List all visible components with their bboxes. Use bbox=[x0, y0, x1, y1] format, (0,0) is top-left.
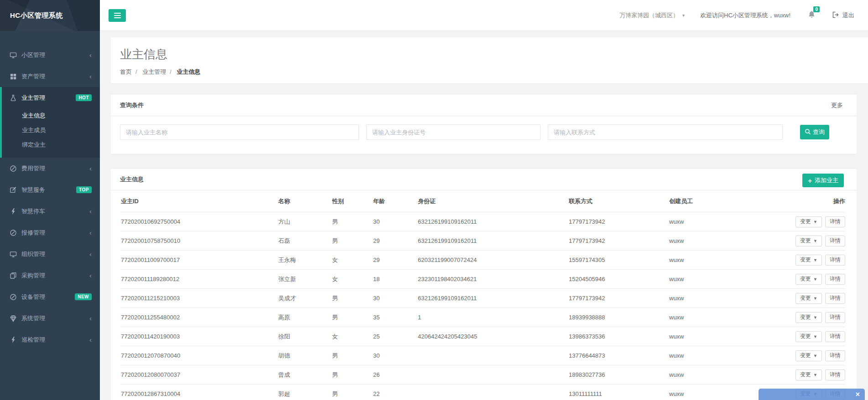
sidebar-group-organization: 组织管理‹ bbox=[0, 243, 100, 265]
notification-badge: 0 bbox=[813, 6, 820, 12]
change-button[interactable]: 变更▼ bbox=[795, 255, 822, 266]
table-cell: 25 bbox=[373, 333, 418, 340]
table-cell: 15597174305 bbox=[569, 256, 669, 263]
change-button[interactable]: 变更▼ bbox=[795, 369, 822, 380]
table-cell: 13776644873 bbox=[569, 352, 669, 359]
detail-button[interactable]: 详情 bbox=[825, 331, 845, 342]
table-cell: 石磊 bbox=[278, 237, 332, 245]
detail-button[interactable]: 详情 bbox=[825, 216, 845, 227]
detail-button[interactable]: 详情 bbox=[825, 350, 845, 361]
monitor-icon bbox=[9, 51, 17, 59]
chevron-left-icon: ‹ bbox=[89, 229, 92, 236]
change-button[interactable]: 变更▼ bbox=[795, 350, 822, 361]
detail-label: 详情 bbox=[830, 313, 841, 321]
logout-label: 退出 bbox=[842, 11, 854, 20]
chevron-left-icon: ‹ bbox=[89, 51, 92, 58]
table-cell: 26 bbox=[373, 371, 418, 378]
sidebar-subitem-owner-members[interactable]: 业主成员 bbox=[2, 123, 100, 138]
owner-name-input[interactable] bbox=[120, 124, 359, 140]
logout-button[interactable]: 退出 bbox=[832, 11, 854, 20]
menu-toggle-button[interactable] bbox=[109, 9, 126, 22]
add-owner-button[interactable]: + 添加业主 bbox=[802, 174, 844, 187]
sidebar-item-label: 采购管理 bbox=[21, 272, 45, 280]
change-button[interactable]: 变更▼ bbox=[795, 293, 822, 304]
sidebar-item-smart-parking[interactable]: 智慧停车‹ bbox=[2, 200, 100, 222]
page-title: 业主信息 bbox=[120, 46, 859, 62]
detail-button[interactable]: 详情 bbox=[825, 369, 845, 380]
sidebar-item-owners[interactable]: 业主管理HOT bbox=[2, 87, 100, 108]
contact-input[interactable] bbox=[548, 124, 783, 140]
table-cell: 772020011215210003 bbox=[121, 295, 278, 302]
column-header: 年龄 bbox=[373, 197, 418, 205]
chevron-left-icon: ‹ bbox=[89, 251, 92, 257]
sidebar-item-smart-service[interactable]: 智慧服务TOP bbox=[2, 179, 100, 200]
table-cell: wuxw bbox=[669, 333, 785, 340]
sidebar-subitem-owner-info[interactable]: 业主信息 bbox=[2, 108, 100, 123]
change-button[interactable]: 变更▼ bbox=[795, 312, 822, 323]
detail-button[interactable]: 详情 bbox=[825, 312, 845, 323]
chevron-left-icon: ‹ bbox=[89, 165, 92, 172]
owner-idcard-input[interactable] bbox=[366, 124, 541, 140]
change-button[interactable]: 变更▼ bbox=[795, 331, 822, 342]
page-heading: 业主信息 首页/ 业主管理/ 业主信息 bbox=[111, 37, 868, 84]
table-cell: 男 bbox=[332, 237, 373, 245]
table-cell: 632126199109162011 bbox=[418, 295, 569, 302]
sidebar-item-fees[interactable]: 费用管理‹ bbox=[2, 158, 100, 179]
change-button[interactable]: 变更▼ bbox=[795, 236, 822, 246]
search-panel-title: 查询条件 bbox=[120, 101, 144, 109]
community-selector[interactable]: 万博家博园（城西区） ▾ bbox=[619, 11, 685, 20]
row-actions: 变更▼详情 bbox=[785, 255, 845, 266]
table-cell: 772020010758750010 bbox=[121, 237, 278, 244]
change-button[interactable]: 变更▼ bbox=[795, 216, 822, 227]
caret-down-icon: ▼ bbox=[813, 220, 817, 224]
sidebar-group-community: 小区管理‹ bbox=[0, 44, 100, 66]
close-icon[interactable]: × bbox=[856, 391, 860, 398]
sidebar-group-assets: 资产管理‹ bbox=[0, 66, 100, 87]
sidebar-item-procurement[interactable]: 采购管理‹ bbox=[2, 265, 100, 286]
globe-icon bbox=[9, 293, 17, 301]
sidebar-item-organization[interactable]: 组织管理‹ bbox=[2, 243, 100, 265]
table-cell: 29 bbox=[373, 256, 418, 263]
table-cell: 772020011255480002 bbox=[121, 314, 278, 321]
bolt-icon bbox=[9, 208, 17, 215]
search-button[interactable]: 查询 bbox=[800, 125, 829, 139]
detail-button[interactable]: 详情 bbox=[825, 274, 845, 285]
change-label: 变更 bbox=[800, 237, 811, 245]
more-link[interactable]: 更多 bbox=[831, 101, 843, 109]
detail-label: 详情 bbox=[830, 352, 841, 359]
caret-down-icon: ▼ bbox=[813, 373, 817, 377]
detail-button[interactable]: 详情 bbox=[825, 236, 845, 246]
sidebar-subitem-bind-owner[interactable]: 绑定业主 bbox=[2, 138, 100, 152]
column-header: 名称 bbox=[278, 197, 332, 205]
table-cell: 郭超 bbox=[278, 390, 332, 398]
table-cell: wuxw bbox=[669, 352, 785, 359]
column-header: 性别 bbox=[332, 197, 373, 205]
change-button[interactable]: 变更▼ bbox=[795, 274, 822, 285]
owners-panel: 业主信息 + 添加业主 业主ID名称性别年龄身份证联系方式创建员工操作 7720… bbox=[111, 168, 857, 400]
change-label: 变更 bbox=[800, 256, 811, 264]
detail-button[interactable]: 详情 bbox=[825, 255, 845, 266]
breadcrumb-current: 业主信息 bbox=[177, 68, 201, 75]
table-cell: 632126199109162011 bbox=[418, 218, 569, 225]
detail-button[interactable]: 详情 bbox=[825, 293, 845, 304]
community-name: 万博家博园（城西区） bbox=[619, 11, 679, 20]
sidebar-item-label: 业主管理 bbox=[21, 94, 45, 102]
table-cell: 13011111111 bbox=[569, 390, 669, 397]
sidebar-item-community[interactable]: 小区管理‹ bbox=[2, 44, 100, 66]
copy-icon bbox=[9, 272, 17, 279]
change-label: 变更 bbox=[800, 294, 811, 302]
sidebar-item-label: 报修管理 bbox=[21, 229, 45, 237]
table-cell: 772020010692750004 bbox=[121, 218, 278, 225]
sidebar-item-repairs[interactable]: 报修管理‹ bbox=[2, 222, 100, 243]
sidebar-item-devices[interactable]: 设备管理NEW bbox=[2, 286, 100, 308]
table-row: 772020010692750004方山男3063212619910916201… bbox=[121, 212, 845, 231]
breadcrumb-parent[interactable]: 业主管理 bbox=[142, 68, 166, 75]
notifications-button[interactable]: 0 bbox=[808, 10, 816, 20]
sidebar-item-label: 智慧服务 bbox=[21, 186, 45, 194]
breadcrumb-home[interactable]: 首页 bbox=[120, 68, 132, 75]
caret-down-icon: ▼ bbox=[813, 258, 817, 262]
sidebar-item-assets[interactable]: 资产管理‹ bbox=[2, 66, 100, 87]
sidebar-item-inspection[interactable]: 巡检管理‹ bbox=[2, 329, 100, 350]
row-actions: 变更▼详情 bbox=[785, 331, 845, 342]
sidebar-item-system[interactable]: 系统管理‹ bbox=[2, 308, 100, 329]
